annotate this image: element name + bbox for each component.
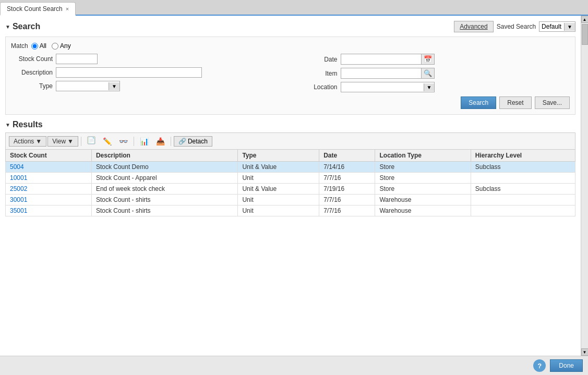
table-row[interactable]: 30001Stock Count - shirtsUnit7/7/16Wareh…	[6, 195, 575, 205]
date-input-wrapper[interactable]: 📅	[341, 54, 435, 65]
date-cell: 7/19/16	[319, 184, 375, 195]
table-row[interactable]: 35001Stock Count - shirtsUnit7/7/16Wareh…	[6, 205, 575, 216]
stock-count-cell[interactable]: 25002	[6, 184, 92, 195]
reset-button[interactable]: Reset	[499, 96, 531, 109]
stock-count-search-tab[interactable]: Stock Count Search ×	[0, 2, 76, 16]
location-type-cell: Warehouse	[375, 195, 471, 205]
scroll-down-btn[interactable]: ▼	[581, 348, 589, 356]
stock-count-cell[interactable]: 5004	[6, 162, 92, 173]
match-any-radio[interactable]: Any	[52, 42, 71, 50]
description-cell: Stock Count - Apparel	[91, 173, 237, 184]
actions-button[interactable]: Actions ▼	[9, 136, 46, 147]
scroll-thumb[interactable]	[582, 24, 588, 45]
scroll-up-btn[interactable]: ▲	[581, 16, 589, 23]
results-header: ▼ Results	[5, 120, 575, 129]
stock-count-input[interactable]	[56, 54, 98, 64]
search-button[interactable]: Search	[461, 96, 496, 109]
calendar-icon[interactable]: 📅	[421, 54, 434, 64]
hierarchy-level-cell	[471, 195, 575, 205]
match-label: Match	[11, 42, 28, 50]
match-all-radio[interactable]: All	[31, 42, 46, 50]
tab-bar: Stock Count Search ×	[0, 0, 588, 16]
date-row: Date 📅	[296, 54, 570, 65]
done-button[interactable]: Done	[550, 359, 583, 372]
scroll-track[interactable]	[581, 23, 588, 348]
date-cell: 7/14/16	[319, 162, 375, 173]
search-icon[interactable]: 🔍	[421, 68, 434, 78]
form-grid: Stock Count Description Type ▼	[11, 54, 570, 92]
type-select-wrapper[interactable]: ▼	[56, 81, 120, 91]
page-body: ▼ Search Advanced Saved Search Default ▼…	[0, 16, 581, 356]
tab-label: Stock Count Search	[7, 5, 63, 13]
stock-count-link[interactable]: 10001	[10, 174, 27, 182]
results-toggle-icon[interactable]: ▼	[5, 122, 10, 128]
type-arrow-icon: ▼	[109, 82, 119, 90]
form-buttons: Search Reset Save...	[11, 96, 570, 109]
type-cell: Unit	[238, 205, 319, 216]
match-all-label: All	[40, 42, 46, 50]
type-label: Type	[11, 82, 53, 90]
hierarchy-level-cell: Subclass	[471, 184, 575, 195]
left-form-fields: Stock Count Description Type ▼	[11, 54, 285, 92]
description-input[interactable]	[56, 67, 202, 78]
col-description: Description	[91, 150, 237, 162]
stock-count-cell[interactable]: 30001	[6, 195, 92, 205]
location-type-cell: Store	[375, 162, 471, 173]
item-input[interactable]	[341, 69, 421, 78]
toolbar-separator-3	[171, 137, 171, 146]
view-icon-btn[interactable]: 👓	[116, 136, 131, 147]
date-cell: 7/7/16	[319, 173, 375, 184]
location-dropdown-icon[interactable]: ▼	[424, 83, 435, 91]
col-date: Date	[319, 150, 375, 162]
saved-search-select[interactable]: Default	[539, 22, 564, 31]
detach-label: Detach	[188, 138, 208, 145]
table-row[interactable]: 10001Stock Count - ApparelUnit7/7/16Stor…	[6, 173, 575, 184]
import-icon-btn[interactable]: 📥	[153, 136, 168, 147]
advanced-button[interactable]: Advanced	[454, 21, 493, 32]
location-input[interactable]	[341, 82, 424, 92]
match-row: Match All Any	[11, 42, 570, 50]
stock-count-link[interactable]: 5004	[10, 163, 24, 171]
header-row: Stock Count Description Type Date Locati…	[6, 150, 575, 162]
col-location-type: Location Type	[375, 150, 471, 162]
edit-icon-btn[interactable]: ✏️	[100, 136, 115, 147]
type-cell: Unit	[238, 195, 319, 205]
help-button[interactable]: ?	[533, 359, 546, 372]
stock-count-cell[interactable]: 35001	[6, 205, 92, 216]
scrollbar[interactable]: ▲ ▼	[581, 16, 588, 356]
view-arrow-icon: ▼	[67, 138, 74, 145]
view-label: View	[52, 138, 66, 145]
right-form-fields: Date 📅 Item 🔍 Locati	[296, 54, 570, 92]
stock-count-link[interactable]: 25002	[10, 185, 27, 192]
description-cell: End of week stock check	[91, 184, 237, 195]
table-body: 5004Stock Count DemoUnit & Value7/14/16S…	[6, 162, 575, 216]
date-input[interactable]	[341, 55, 421, 64]
actions-arrow-icon: ▼	[35, 138, 42, 145]
save-button[interactable]: Save...	[535, 96, 570, 109]
stock-count-link[interactable]: 30001	[10, 196, 27, 203]
tab-close-icon[interactable]: ×	[66, 6, 69, 12]
saved-search-select-wrapper[interactable]: Default ▼	[539, 21, 575, 32]
location-input-wrapper[interactable]: ▼	[341, 82, 435, 92]
results-section: ▼ Results Actions ▼ View ▼ 📄	[5, 120, 575, 216]
search-toggle-icon[interactable]: ▼	[5, 24, 10, 30]
view-button[interactable]: View ▼	[47, 136, 78, 147]
date-cell: 7/7/16	[319, 205, 375, 216]
type-select[interactable]	[56, 81, 109, 91]
detach-button[interactable]: 🔗 Detach	[174, 136, 212, 147]
footer: ? Done	[0, 356, 588, 375]
create-icon: 📄	[87, 136, 95, 144]
location-type-cell: Store	[375, 184, 471, 195]
stock-count-link[interactable]: 35001	[10, 207, 27, 214]
main-content: ▼ Search Advanced Saved Search Default ▼…	[0, 16, 588, 356]
stock-count-cell[interactable]: 10001	[6, 173, 92, 184]
create-icon-btn[interactable]: 📄	[84, 135, 99, 148]
export-icon-btn[interactable]: 📊	[137, 136, 152, 147]
table-row[interactable]: 5004Stock Count DemoUnit & Value7/14/16S…	[6, 162, 575, 173]
description-label: Description	[11, 69, 53, 76]
location-row: Location ▼	[296, 82, 570, 92]
table-header: Stock Count Description Type Date Locati…	[6, 150, 575, 162]
date-cell: 7/7/16	[319, 195, 375, 205]
table-row[interactable]: 25002End of week stock checkUnit & Value…	[6, 184, 575, 195]
item-input-wrapper[interactable]: 🔍	[341, 68, 435, 79]
